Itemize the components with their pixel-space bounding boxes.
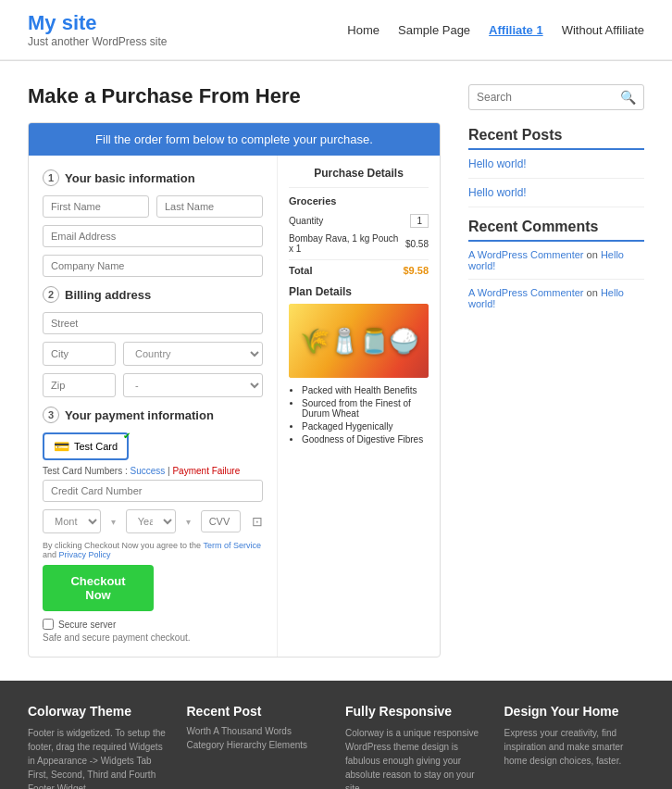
year-divider: ▾ (183, 517, 193, 527)
footer-col2-title: Recent Post (187, 704, 328, 719)
email-row (43, 225, 263, 247)
plan-image: 🌾🧂🫙🍚 (289, 304, 429, 378)
footer-col-3: Fully Responsive Colorway is a unique re… (345, 704, 486, 789)
purchase-details-title: Purchase Details (289, 167, 429, 188)
terms-text: By clicking Checkout Now you agree to th… (43, 541, 263, 559)
item-row: Bombay Rava, 1 kg Pouch x 1 $0.58 (289, 233, 429, 254)
card-check-icon: ✔ (123, 431, 131, 441)
comment-1: A WordPress Commenter on Hello world! (468, 249, 644, 271)
site-header: My site Just another WordPress site Home… (0, 0, 672, 60)
recent-comments-title: Recent Comments (468, 219, 644, 242)
post-link-1[interactable]: Hello world! (468, 157, 644, 170)
secure-label: Secure server (58, 620, 116, 630)
secure-checkbox[interactable] (43, 619, 54, 630)
sidebar: 🔍 Recent Posts Hello world! Hello world!… (468, 84, 644, 658)
email-input[interactable] (43, 225, 263, 247)
safe-text: Safe and secure payment checkout. (43, 632, 263, 643)
section3-num: 3 (43, 407, 59, 423)
success-link[interactable]: Success (130, 466, 165, 476)
quantity-row: Quantity 1 (289, 214, 429, 228)
main-content: Make a Purchase From Here Fill the order… (0, 61, 672, 681)
plan-details-title: Plan Details (289, 285, 429, 298)
footer-col-4: Design Your Home Express your creativity… (504, 704, 645, 789)
country-select[interactable]: Country (123, 342, 263, 366)
secure-row: Secure server (43, 619, 263, 630)
form-header: Fill the order form below to complete yo… (29, 123, 440, 156)
nav-home[interactable]: Home (347, 23, 380, 37)
card-btn-wrapper: 💳 Test Card ✔ (43, 432, 263, 460)
nav-sample-page[interactable]: Sample Page (398, 23, 470, 37)
site-title: My site (28, 11, 168, 35)
credit-card-input[interactable] (43, 480, 263, 502)
year-select[interactable]: Year (126, 509, 176, 533)
cvv-icon: ⊡ (252, 514, 263, 529)
total-price: $9.58 (403, 265, 429, 276)
card-btn-label: Test Card (74, 441, 118, 452)
last-name-input[interactable] (156, 195, 263, 218)
city-input[interactable] (43, 342, 116, 366)
section2-title: 2 Billing address (43, 286, 263, 303)
street-row (43, 312, 263, 334)
footer-col-2: Recent Post Worth A Thousand Words Categ… (187, 704, 328, 789)
footer-col4-title: Design Your Home (504, 704, 645, 719)
section3-title: 3 Your payment information (43, 407, 263, 423)
main-nav: Home Sample Page Affiliate 1 Without Aff… (347, 23, 644, 37)
zip-input[interactable] (43, 373, 116, 397)
privacy-policy-link[interactable]: Privacy Policy (59, 550, 111, 559)
nav-affiliate1[interactable]: Affiliate 1 (489, 23, 543, 37)
footer-col2-link2[interactable]: Category Hierarchy Elements (187, 740, 328, 750)
footer-col3-text: Colorway is a unique responsive WordPres… (345, 726, 486, 789)
form-right: Purchase Details Groceries Quantity 1 Bo… (278, 156, 440, 657)
section1-title: 1 Your basic information (43, 169, 263, 186)
page-title: Make a Purchase From Here (28, 84, 441, 108)
test-card-info: Test Card Numbers : Success | Payment Fa… (43, 466, 263, 476)
total-label: Total (289, 265, 312, 276)
payment-failure-link[interactable]: Payment Failure (172, 466, 240, 476)
footer-col1-text: Footer is widgetized. To setup the foote… (28, 726, 168, 789)
comment-author-1[interactable]: A WordPress Commenter (468, 249, 584, 260)
search-box: 🔍 (468, 84, 644, 110)
terms-of-service-link[interactable]: Term of Service (203, 541, 261, 550)
form-body: 1 Your basic information (29, 156, 440, 657)
search-icon[interactable]: 🔍 (620, 90, 636, 105)
nav-without-affiliate[interactable]: Without Affiliate (562, 23, 644, 37)
total-row: Total $9.58 (289, 259, 429, 276)
comment-on-1: on (587, 249, 601, 260)
test-card-button[interactable]: 💳 Test Card ✔ (43, 432, 129, 460)
street-input[interactable] (43, 312, 263, 334)
item-name: Bombay Rava, 1 kg Pouch x 1 (289, 233, 405, 254)
quantity-label: Quantity (289, 216, 323, 226)
footer-main: Colorway Theme Footer is widgetized. To … (0, 681, 672, 789)
footer-col1-title: Colorway Theme (28, 704, 168, 719)
plan-bullets: Packed with Health Benefits Sourced from… (289, 385, 429, 445)
site-branding: My site Just another WordPress site (28, 11, 168, 48)
plan-bullet-2: Sourced from the Finest of Durum Wheat (302, 398, 429, 419)
plan-bullet-1: Packed with Health Benefits (302, 385, 429, 395)
first-name-input[interactable] (43, 195, 149, 218)
zip-extra-select[interactable]: - (123, 373, 263, 397)
footer-col4-text: Express your creativity, find inspiratio… (504, 726, 645, 768)
company-input[interactable] (43, 255, 263, 277)
content-area: Make a Purchase From Here Fill the order… (28, 84, 441, 658)
footer: Colorway Theme Footer is widgetized. To … (0, 681, 672, 789)
credit-card-row (43, 480, 263, 502)
checkout-button[interactable]: Checkout Now (43, 565, 154, 611)
footer-col3-title: Fully Responsive (345, 704, 486, 719)
section2-num: 2 (43, 286, 59, 303)
post-link-2[interactable]: Hello world! (468, 186, 644, 199)
item-price: $0.58 (405, 239, 429, 249)
quantity-value: 1 (410, 214, 429, 228)
cvv-input[interactable] (201, 510, 241, 532)
comment-2: A WordPress Commenter on Hello world! (468, 287, 644, 309)
footer-col-1: Colorway Theme Footer is widgetized. To … (28, 704, 168, 789)
comment-on-2: on (587, 287, 601, 298)
recent-posts-title: Recent Posts (468, 127, 644, 150)
footer-col2-link1[interactable]: Worth A Thousand Words (187, 726, 328, 736)
company-row (43, 255, 263, 277)
search-input[interactable] (477, 91, 620, 104)
month-year-cvv-row: Month ▾ Year ▾ ⊡ (43, 509, 263, 533)
purchase-form-container: Fill the order form below to complete yo… (28, 122, 441, 658)
month-select[interactable]: Month (43, 509, 101, 533)
groceries-title: Groceries (289, 195, 429, 207)
comment-author-2[interactable]: A WordPress Commenter (468, 287, 584, 298)
